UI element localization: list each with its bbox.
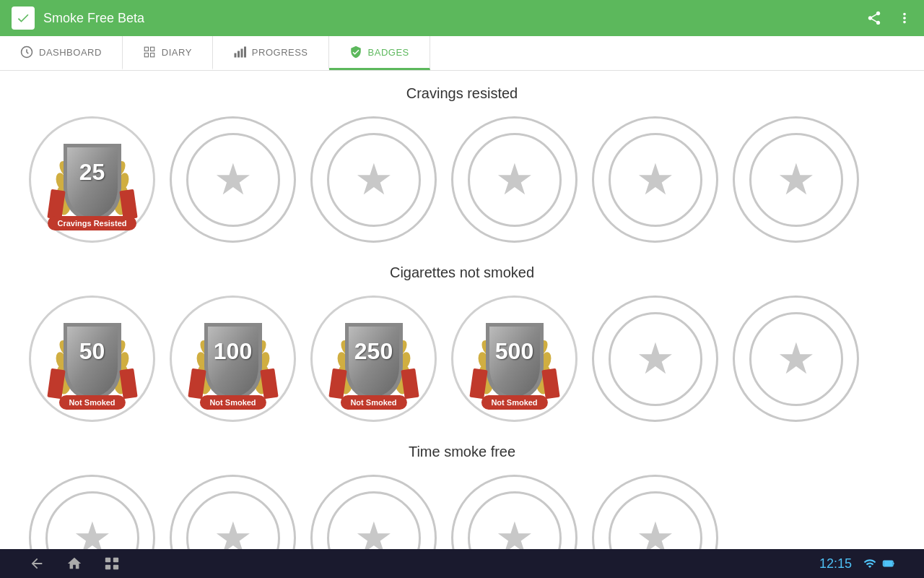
bottom-nav-icons bbox=[29, 556, 120, 571]
badge-notsmoked-250[interactable]: 250 Not Smoked bbox=[310, 296, 437, 422]
badge-label-cravings: Cravings Resisted bbox=[48, 216, 137, 230]
cigarettes-section: Cigarettes not smoked bbox=[29, 264, 895, 422]
svg-rect-1 bbox=[144, 47, 148, 51]
svg-rect-55 bbox=[884, 561, 892, 566]
badge-timefree-5: ★ bbox=[592, 475, 718, 549]
cigarettes-title: Cigarettes not smoked bbox=[29, 264, 895, 281]
badge-timefree-1: ★ bbox=[29, 475, 155, 549]
top-bar: Smoke Free Beta bbox=[0, 0, 924, 36]
wifi-icon bbox=[863, 557, 876, 570]
badge-label-500: Not Smoked bbox=[481, 395, 547, 410]
timefree-section: Time smoke free ★ ★ ★ ★ ★ bbox=[29, 444, 895, 549]
tab-progress[interactable]: PROGRESS bbox=[213, 36, 329, 70]
badge-cravings-2: ★ bbox=[170, 116, 296, 243]
svg-rect-54 bbox=[893, 563, 894, 565]
app-title: Smoke Free Beta bbox=[43, 11, 866, 26]
svg-rect-7 bbox=[240, 49, 243, 58]
more-options-icon[interactable] bbox=[897, 10, 912, 26]
badge-notsmoked-500[interactable]: 500 Not Smoked bbox=[451, 296, 578, 422]
main-content: Cravings resisted bbox=[0, 71, 924, 549]
badge-cravings-25[interactable]: 25 Cravings Resisted bbox=[29, 116, 155, 243]
badge-cravings-3: ★ bbox=[310, 116, 437, 243]
svg-rect-6 bbox=[237, 51, 240, 58]
badge-cravings-6: ★ bbox=[733, 116, 859, 243]
nav-tabs: DASHBOARD DIARY PROGRESS BADGES bbox=[0, 36, 924, 71]
tab-badges[interactable]: BADGES bbox=[329, 36, 430, 70]
cravings-title: Cravings resisted bbox=[29, 85, 895, 102]
share-icon[interactable] bbox=[866, 10, 882, 26]
app-logo bbox=[12, 7, 35, 30]
recents-icon[interactable] bbox=[104, 556, 120, 571]
badge-timefree-4: ★ bbox=[451, 475, 578, 549]
back-icon[interactable] bbox=[29, 556, 45, 571]
svg-rect-52 bbox=[113, 565, 118, 569]
svg-rect-2 bbox=[150, 47, 154, 51]
badge-cravings-4: ★ bbox=[451, 116, 578, 243]
svg-rect-5 bbox=[234, 53, 236, 58]
status-icons bbox=[863, 557, 895, 570]
badge-cravings-5: ★ bbox=[592, 116, 718, 243]
cravings-badges-row: 25 Cravings Resisted ★ ★ ★ ★ ★ bbox=[29, 116, 895, 243]
bottom-bar: 12:15 bbox=[0, 549, 924, 578]
bottom-status: 12:15 bbox=[819, 556, 895, 571]
badge-notsmoked-100[interactable]: 100 Not Smoked bbox=[170, 296, 296, 422]
badge-cigarettes-6: ★ bbox=[733, 296, 859, 422]
badge-timefree-2: ★ bbox=[170, 475, 296, 549]
badge-timefree-3: ★ bbox=[310, 475, 437, 549]
badge-label-250: Not Smoked bbox=[340, 395, 406, 410]
svg-rect-50 bbox=[113, 558, 118, 562]
timefree-badges-row: ★ ★ ★ ★ ★ bbox=[29, 475, 895, 549]
tab-dashboard[interactable]: DASHBOARD bbox=[0, 36, 123, 70]
badge-number-500: 500 bbox=[495, 338, 533, 365]
svg-rect-8 bbox=[244, 47, 246, 58]
home-icon[interactable] bbox=[66, 556, 82, 571]
svg-rect-4 bbox=[150, 53, 154, 57]
badge-number-50: 50 bbox=[79, 338, 105, 365]
top-actions bbox=[866, 10, 912, 26]
cravings-section: Cravings resisted bbox=[29, 85, 895, 243]
battery-icon bbox=[882, 557, 895, 570]
svg-rect-49 bbox=[105, 558, 110, 562]
svg-rect-51 bbox=[105, 565, 110, 569]
svg-rect-3 bbox=[144, 53, 148, 57]
badge-cigarettes-5: ★ bbox=[592, 296, 718, 422]
badge-label-50: Not Smoked bbox=[58, 395, 125, 410]
timefree-title: Time smoke free bbox=[29, 444, 895, 460]
tab-diary[interactable]: DIARY bbox=[123, 36, 213, 70]
badge-number-250: 250 bbox=[354, 338, 393, 365]
badge-notsmoked-50[interactable]: 50 Not Smoked bbox=[29, 296, 155, 422]
time-display: 12:15 bbox=[819, 556, 852, 571]
badge-number-100: 100 bbox=[214, 338, 252, 365]
cigarettes-badges-row: 50 Not Smoked bbox=[29, 296, 895, 422]
badge-label-100: Not Smoked bbox=[199, 395, 266, 410]
badge-number-25: 25 bbox=[79, 159, 105, 186]
